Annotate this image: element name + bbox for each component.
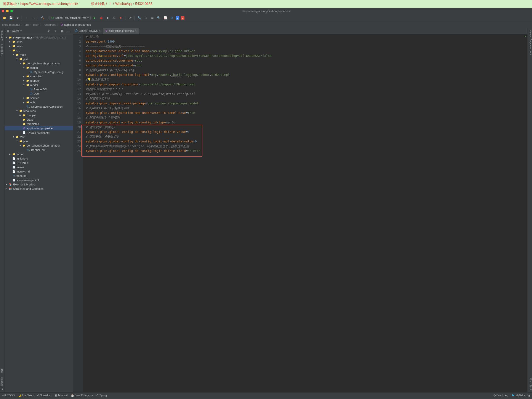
bottom-item[interactable]: 🌙 LuaCheck xyxy=(18,394,34,397)
favorites-tool-button[interactable]: 2: Favorites xyxy=(0,376,5,391)
tab-close-icon[interactable]: ✕ xyxy=(135,29,137,32)
tree-root[interactable]: ▼📁shop-manager ~/IdeaProjects/shop-mana xyxy=(5,35,73,40)
build-icon[interactable]: 🔨 xyxy=(40,16,45,20)
tree-node[interactable]: ▼📁resources xyxy=(5,109,73,113)
tree-node[interactable]: ▼📁com.ybchen.shopmanager xyxy=(5,61,73,65)
code-line[interactable]: mybatis-plus.global-config.db-config.log… xyxy=(86,149,527,153)
editor-tab[interactable]: ⒸBannerTest.java✕ xyxy=(73,28,103,34)
tree-node[interactable]: ▶📁service xyxy=(5,96,73,100)
bc-item[interactable]: resources xyxy=(44,23,56,26)
tree-node[interactable]: ▶📁controller xyxy=(5,74,73,78)
target-icon[interactable]: ⊕ xyxy=(47,29,51,33)
ant-tool-button[interactable]: Ant xyxy=(527,51,532,55)
mybatis-log-button[interactable]: 🐦 MyBatis Log xyxy=(512,394,530,397)
tree-node[interactable]: ▼📁java xyxy=(5,57,73,61)
tree-node[interactable]: ⒸMybatisPlusPageConfig xyxy=(5,70,73,74)
coverage-icon[interactable]: ◧ xyxy=(105,16,110,20)
tree-node[interactable]: 📄HELP.md xyxy=(5,161,73,165)
bc-item[interactable]: src xyxy=(25,23,29,26)
forward-icon[interactable]: → xyxy=(31,16,36,20)
code-line[interactable]: # 逻辑删除，删除是1 xyxy=(86,125,527,130)
event-log-button[interactable]: ◔ Event Log xyxy=(494,394,508,397)
tree-node[interactable]: ▶📁mapper xyxy=(5,113,73,117)
tree-node[interactable]: ▶📁.idea xyxy=(5,40,73,44)
code-line[interactable]: # 配置实体类别名 xyxy=(86,96,527,101)
tree-node[interactable]: ▼📁main xyxy=(5,53,73,57)
code-line[interactable]: # 如果java实体类没加注解@TableLogic，则可以配置这个，推荐这里配… xyxy=(86,144,527,149)
structure-tool-button[interactable]: 7: Structure xyxy=(0,44,5,57)
search-icon[interactable]: 🔍 xyxy=(156,16,161,20)
ide-settings-icon[interactable]: ⊞ xyxy=(143,16,148,20)
tree-node[interactable]: ▶📚Scratches and Consoles xyxy=(5,187,73,191)
deny-icon[interactable]: ⊘ xyxy=(169,16,174,20)
tree-node[interactable]: ⒸUser xyxy=(5,91,73,96)
worldbook-tool-button[interactable]: World Book xyxy=(527,378,532,391)
tree-node[interactable]: ▼📁test xyxy=(5,135,73,139)
translate-icon-2[interactable]: G xyxy=(181,16,184,20)
code-line[interactable]: # 逻辑删除，未删除是0 xyxy=(86,134,527,139)
code-line[interactable]: server.port=9999 xyxy=(86,39,527,44)
code-editor[interactable]: 1234567891011121314151617181920212223242… xyxy=(73,34,527,392)
code-line[interactable]: mybatis-plus.type-aliases-package=com.yb… xyxy=(86,101,527,106)
tree-node[interactable]: ▶📁utils xyxy=(5,100,73,104)
code-line[interactable]: mybatis-plus.global-config.db-config.id-… xyxy=(86,120,527,125)
code-line[interactable]: mybatis-plus.global-config.db-config.log… xyxy=(86,139,527,144)
tree-node[interactable]: 📄mvnw xyxy=(5,165,73,169)
code-line[interactable]: #==========数据库相关============= xyxy=(86,44,527,49)
hide-icon[interactable]: — xyxy=(66,29,71,33)
run-icon[interactable]: ▶ xyxy=(92,16,97,20)
bottom-item[interactable]: ≡ 6: TODO xyxy=(2,394,15,397)
code-line[interactable]: mybatis-plus.configuration.map-underscor… xyxy=(86,111,527,115)
profile-icon[interactable]: ⊙ xyxy=(112,16,117,20)
refresh-icon[interactable]: ↻ xyxy=(15,16,20,20)
database-tool-button[interactable]: Database xyxy=(527,39,532,49)
code-line[interactable]: # mybatis plus下划线转驼峰 xyxy=(86,106,527,111)
minimize-window-button[interactable] xyxy=(6,10,9,12)
activity-icon[interactable]: 📈 xyxy=(163,16,168,20)
tree-node[interactable]: ▼📁model xyxy=(5,83,73,87)
web-tool-button[interactable]: Web xyxy=(0,368,5,374)
maximize-window-button[interactable] xyxy=(10,10,13,12)
expand-icon[interactable]: ÷ xyxy=(53,29,58,33)
bottom-item[interactable]: ▣ Terminal xyxy=(55,394,68,397)
run-config-selector[interactable]: BannerTest.testBannerTest ▾ xyxy=(50,16,91,20)
code-line[interactable]: spring.datasource.url=jdbc:mysql://127.0… xyxy=(86,53,527,58)
translate-icon-1[interactable]: G xyxy=(176,16,179,20)
bc-item[interactable]: application.properties xyxy=(64,23,91,26)
code-line[interactable]: # 端口号 xyxy=(86,34,527,39)
save-icon[interactable]: 💾 xyxy=(9,16,13,20)
bc-item[interactable]: shop-manager xyxy=(2,23,20,26)
editor-tab[interactable]: ⚙application.properties✕ xyxy=(103,28,139,34)
bottom-item[interactable]: ☕ Java Enterprise xyxy=(71,394,93,397)
tree-node[interactable]: ▶📁target xyxy=(5,152,73,156)
git-icon[interactable]: ⎇ xyxy=(128,16,132,20)
bottom-item[interactable]: ⊘ SonarLint xyxy=(37,394,51,397)
tree-node[interactable]: ▼📁src xyxy=(5,48,73,53)
tree-node[interactable]: Ⓒ▸BannerTest xyxy=(5,148,73,152)
tree-node[interactable]: ⒸBannerDO xyxy=(5,87,73,91)
code-line[interactable]: spring.datasource.password=root xyxy=(86,63,527,68)
code-line[interactable]: #配置全局配置文件！！！！ xyxy=(86,87,527,91)
code-line[interactable]: mybatis-plus.mapper-locations=classpath*… xyxy=(86,82,527,87)
wrench-icon[interactable]: 🔧 xyxy=(137,16,142,20)
project-tool-button[interactable]: 1: Project xyxy=(0,30,5,41)
chevron-down-icon[interactable]: ▾ xyxy=(20,29,22,33)
tree-node[interactable]: ▼📁com.ybchen.shopmanager xyxy=(5,143,73,148)
open-file-icon[interactable]: 📂 xyxy=(2,16,7,20)
bc-item[interactable]: main xyxy=(33,23,39,26)
tree-node[interactable]: Ⓒ▸ShopManagerApplication xyxy=(5,104,73,109)
tree-node[interactable]: ▶📚External Libraries xyxy=(5,182,73,187)
tab-close-icon[interactable]: ✕ xyxy=(99,29,101,32)
code-line[interactable]: #💡默认配置路径 xyxy=(86,77,527,82)
tree-node[interactable]: 📄shop-manager.iml xyxy=(5,178,73,182)
code-line[interactable]: spring.datasource.driver-class-name=com.… xyxy=(86,49,527,53)
tree-node[interactable]: ▶📁.mvn xyxy=(5,44,73,48)
bottom-item[interactable]: ⟳ Spring xyxy=(96,394,107,397)
tree-node[interactable]: 📄mvnw.cmd xyxy=(5,169,73,174)
project-tree[interactable]: ▼📁shop-manager ~/IdeaProjects/shop-mana▶… xyxy=(5,34,73,392)
stop-icon[interactable]: ■ xyxy=(118,16,123,20)
tree-node[interactable]: ▼📁java xyxy=(5,139,73,143)
code-line[interactable]: #mybatis-plus.config-location = classpat… xyxy=(86,91,527,96)
code-line[interactable]: spring.datasource.username=root xyxy=(86,58,527,63)
tree-node[interactable]: ▶📁mapper xyxy=(5,78,73,83)
